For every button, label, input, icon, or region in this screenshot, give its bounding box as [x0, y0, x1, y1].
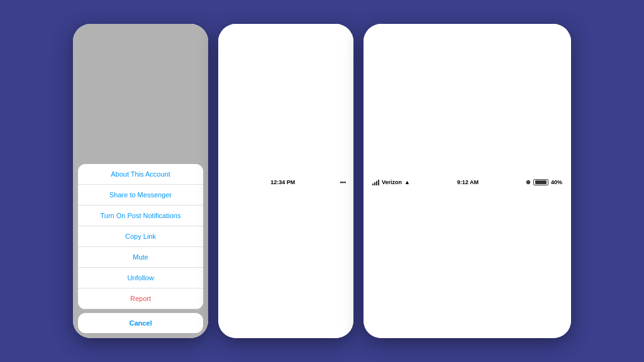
battery-pct: 40%	[551, 179, 562, 185]
phone1-frame: 12:34 PM ▪▪▪ ‹ amethyst_grl ••• 👤 922 po…	[73, 24, 208, 338]
carrier-label: Verizon	[382, 179, 402, 185]
p2-battery: ▪▪▪	[340, 179, 346, 185]
location-icon: ⊕	[526, 179, 531, 185]
action-copy-link[interactable]: Copy Link	[78, 226, 203, 247]
action-about[interactable]: About This Account	[78, 164, 203, 185]
action-messenger[interactable]: Share to Messenger	[78, 185, 203, 206]
action-sheet-overlay: About This Account Share to Messenger Tu…	[73, 24, 208, 338]
phone3-time: 9:12 AM	[457, 179, 479, 185]
action-sheet: About This Account Share to Messenger Tu…	[78, 164, 203, 309]
phone2-frame: 12:34 PM ▪▪▪ ‹ About This Account Done A…	[218, 24, 353, 338]
bar1	[372, 184, 374, 185]
p3-status-left: Verizon ▲	[372, 179, 410, 185]
action-unfollow[interactable]: Unfollow	[78, 268, 203, 288]
action-notifications[interactable]: Turn On Post Notifications	[78, 206, 203, 226]
phone3-frame: Verizon ▲ 9:12 AM ⊕ 40% < Request Verifi…	[364, 24, 571, 338]
p3-status-right: ⊕ 40%	[526, 179, 562, 185]
action-cancel[interactable]: Cancel	[78, 313, 203, 333]
bar3	[376, 181, 377, 185]
action-mute[interactable]: Mute	[78, 247, 203, 268]
signal-bars	[372, 180, 379, 185]
screenshot-container: 12:34 PM ▪▪▪ ‹ amethyst_grl ••• 👤 922 po…	[60, 11, 584, 351]
action-report[interactable]: Report	[78, 288, 203, 309]
phone3-status-bar: Verizon ▲ 9:12 AM ⊕ 40%	[364, 24, 571, 338]
phone2-time: 12:34 PM	[270, 179, 295, 185]
battery-icon	[533, 179, 548, 185]
wifi-icon: ▲	[404, 179, 410, 185]
bar2	[374, 182, 375, 185]
bar4	[378, 180, 379, 185]
battery-fill	[535, 180, 547, 184]
phone2-status-bar: 12:34 PM ▪▪▪	[218, 24, 353, 338]
